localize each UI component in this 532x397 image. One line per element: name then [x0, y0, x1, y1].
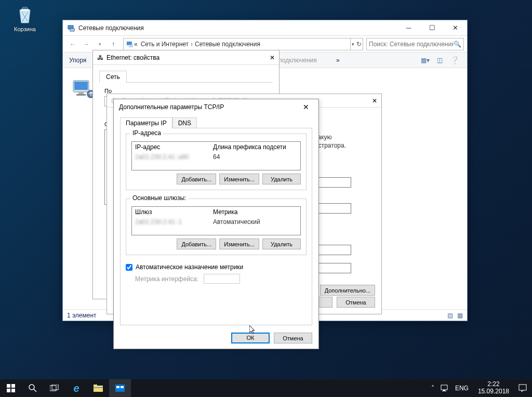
- gateways-label: Основные шлюзы:: [130, 194, 188, 202]
- close-icon[interactable]: ✕: [372, 97, 377, 104]
- auto-metric-label: Автоматическое назначение метрики: [136, 263, 243, 271]
- gw-delete-button[interactable]: Удалить: [262, 239, 301, 249]
- tray-overflow-icon[interactable]: ˄: [431, 385, 434, 392]
- recycle-bin-label: Корзина: [9, 26, 41, 32]
- breadcrumb[interactable]: « Сеть и Интернет › Сетевые подключения: [123, 38, 351, 50]
- ip-row[interactable]: 2a01:230:2:41::a90 64: [132, 152, 300, 162]
- search-input[interactable]: [369, 41, 454, 48]
- advanced-tcpip-dialog: Дополнительные параметры TCP/IP ✕ Параме…: [113, 99, 319, 349]
- svg-rect-25: [443, 390, 445, 391]
- interface-metric-input: [204, 274, 240, 284]
- maximize-button[interactable]: ☐: [420, 20, 444, 35]
- details-view-icon[interactable]: ▤: [447, 312, 453, 319]
- auto-metric-checkbox[interactable]: [126, 264, 132, 271]
- back-button[interactable]: ←: [66, 37, 79, 51]
- file-explorer-button[interactable]: [87, 379, 109, 397]
- recycle-bin-icon: [15, 4, 35, 25]
- action-center-icon[interactable]: [518, 384, 527, 392]
- svg-line-15: [34, 389, 36, 392]
- gw-col-metric: Метрика: [213, 208, 237, 216]
- tab-dns[interactable]: DNS: [172, 117, 197, 128]
- svg-rect-2: [70, 29, 74, 31]
- svg-rect-12: [7, 389, 10, 392]
- help-icon[interactable]: ❔: [450, 56, 460, 65]
- tab-ip-settings[interactable]: Параметры IP: [120, 117, 172, 128]
- ip-addresses-label: IP-адреса: [130, 129, 163, 137]
- close-button[interactable]: ✕: [299, 100, 313, 114]
- ip-col-prefix: Длина префикса подсети: [213, 143, 286, 151]
- svg-rect-10: [7, 384, 10, 388]
- organize-button[interactable]: Упоря: [66, 55, 89, 66]
- ie-button[interactable]: e: [65, 379, 87, 397]
- svg-point-0: [20, 9, 30, 12]
- gw-row[interactable]: 2a01:230:2:41::1 Автоматический: [132, 217, 300, 227]
- ip-delete-button[interactable]: Удалить: [262, 174, 301, 184]
- network-tray-icon[interactable]: [441, 385, 449, 392]
- ethernet-titlebar[interactable]: 🖧 Ethernet: свойства ✕: [93, 50, 279, 65]
- svg-rect-22: [116, 386, 119, 388]
- gw-edit-button[interactable]: Изменить...: [219, 239, 259, 249]
- refresh-button[interactable]: ▾ ↻: [351, 38, 363, 50]
- ip-addresses-group: IP-адреса IP-адрес Длина префикса подсет…: [126, 134, 307, 190]
- recent-dropdown[interactable]: ▾: [93, 37, 107, 51]
- gw-row-metric: Автоматический: [213, 218, 260, 226]
- ip-edit-button[interactable]: Изменить...: [219, 174, 259, 184]
- preview-pane-icon[interactable]: ◫: [437, 57, 443, 64]
- gw-row-address: 2a01:230:2:41::1: [135, 218, 213, 226]
- chevron-right-icon: ›: [191, 41, 193, 48]
- search-button[interactable]: [22, 379, 44, 397]
- svg-point-14: [29, 385, 34, 390]
- breadcrumb-seg1[interactable]: Сеть и Интернет: [141, 41, 189, 48]
- svg-rect-8: [76, 94, 86, 96]
- close-icon[interactable]: ✕: [270, 54, 275, 61]
- search-icon[interactable]: 🔍: [454, 41, 461, 48]
- network-icon: [126, 40, 134, 48]
- taskbar-clock[interactable]: 2:22 15.09.2018: [475, 381, 512, 395]
- close-button[interactable]: ✕: [444, 20, 467, 35]
- language-indicator[interactable]: ENG: [455, 385, 469, 392]
- network-icon: [67, 24, 75, 32]
- start-button[interactable]: [0, 379, 22, 397]
- up-button[interactable]: ↑: [107, 37, 120, 51]
- svg-rect-23: [121, 386, 124, 388]
- explorer-titlebar[interactable]: Сетевые подключения ─ ☐ ✕: [63, 20, 467, 36]
- svg-rect-19: [94, 385, 97, 386]
- forward-button[interactable]: →: [79, 37, 93, 51]
- toolbar-overflow[interactable]: »: [333, 55, 343, 66]
- svg-rect-18: [94, 386, 103, 392]
- ip-add-button[interactable]: Добавить...: [177, 174, 216, 184]
- svg-rect-6: [74, 82, 88, 90]
- ip-row-prefix: 64: [213, 153, 220, 161]
- gateways-group: Основные шлюзы: Шлюз Метрика 2a01:230:2:…: [126, 198, 307, 255]
- clock-date: 15.09.2018: [478, 388, 509, 395]
- ipv6-desc-fragment-2: истратора.: [315, 142, 346, 149]
- ethernet-title: Ethernet: свойства: [107, 54, 270, 61]
- gateways-list[interactable]: Шлюз Метрика 2a01:230:2:41::1 Автоматиче…: [131, 206, 301, 235]
- auto-metric-row: Автоматическое назначение метрики: [126, 263, 307, 271]
- svg-rect-4: [129, 45, 133, 47]
- ip-row-address: 2a01:230:2:41::a90: [135, 153, 213, 161]
- cancel-button[interactable]: Отмена: [274, 333, 312, 343]
- minimize-button[interactable]: ─: [397, 20, 420, 35]
- adv-titlebar[interactable]: Дополнительные параметры TCP/IP ✕: [114, 99, 318, 115]
- svg-rect-27: [519, 385, 526, 390]
- svg-rect-7: [78, 92, 84, 94]
- interface-metric-row: Метрика интерфейса:: [126, 274, 307, 284]
- view-dropdown-icon[interactable]: ▦▾: [421, 57, 430, 64]
- breadcrumb-seg2[interactable]: Сетевые подключения: [195, 41, 260, 48]
- search-input-wrap[interactable]: 🔍: [366, 38, 464, 50]
- task-view-button[interactable]: [44, 379, 65, 397]
- settings-button[interactable]: [109, 379, 131, 397]
- ip-addresses-list[interactable]: IP-адрес Длина префикса подсети 2a01:230…: [131, 141, 301, 170]
- taskbar[interactable]: e ˄ ENG 2:22 15.09.2018: [0, 379, 532, 397]
- recycle-bin[interactable]: Корзина: [9, 4, 41, 32]
- advanced-button[interactable]: Дополнительно...: [320, 285, 375, 296]
- gw-add-button[interactable]: Добавить...: [177, 239, 216, 249]
- ok-button[interactable]: ОК: [231, 333, 270, 343]
- tab-network[interactable]: Сеть: [99, 71, 127, 83]
- breadcrumb-prefix: «: [134, 41, 138, 48]
- icons-view-icon[interactable]: ▦: [457, 312, 463, 319]
- adv-title: Дополнительные параметры TCP/IP: [119, 103, 299, 111]
- cancel-button[interactable]: Отмена: [337, 297, 375, 308]
- gw-col-gateway: Шлюз: [135, 208, 213, 216]
